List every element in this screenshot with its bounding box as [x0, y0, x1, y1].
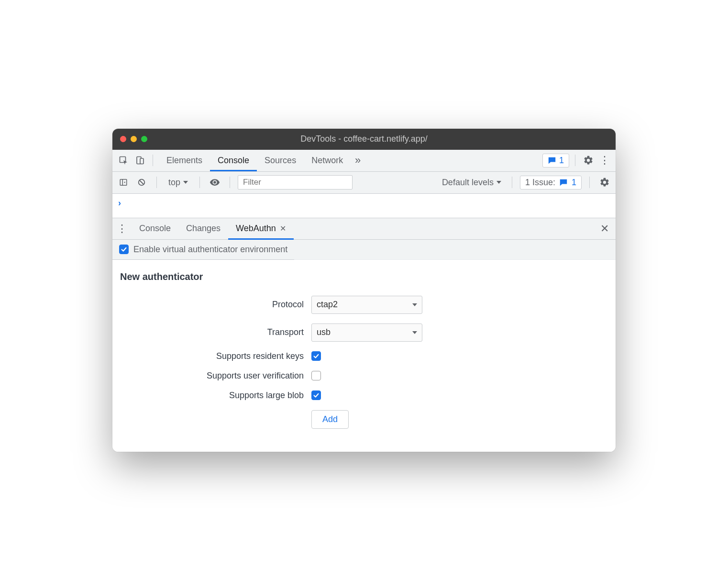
issues-label: 1 Issue:: [525, 178, 555, 188]
separator: [156, 177, 157, 188]
traffic-lights: [120, 136, 147, 142]
dropdown-caret-icon: [412, 303, 417, 306]
devtools-window: DevTools - coffee-cart.netlify.app/ Elem…: [112, 129, 616, 452]
close-drawer-icon[interactable]: ✕: [597, 223, 612, 235]
panel-heading: New authenticator: [120, 271, 608, 282]
separator: [512, 177, 512, 188]
form-row-add: Add: [120, 410, 608, 429]
user-verification-checkbox[interactable]: [311, 371, 321, 380]
inspect-element-icon[interactable]: [116, 153, 131, 167]
messages-badge[interactable]: 1: [542, 154, 569, 167]
resident-keys-label: Supports resident keys: [120, 351, 311, 361]
form-row-large-blob: Supports large blob: [120, 390, 608, 401]
settings-icon[interactable]: [581, 153, 596, 167]
console-body[interactable]: ›: [112, 194, 616, 218]
separator: [575, 155, 575, 166]
console-toolbar: top Default levels 1 Issue: 1: [112, 172, 616, 194]
form-row-transport: Transport usb: [120, 323, 608, 342]
message-icon: [548, 156, 556, 165]
more-tabs-button[interactable]: »: [351, 150, 365, 171]
issues-badge[interactable]: 1 Issue: 1: [520, 176, 582, 190]
enable-bar: Enable virtual authenticator environment: [112, 240, 616, 260]
protocol-label: Protocol: [120, 300, 311, 310]
messages-count: 1: [559, 156, 564, 166]
transport-value: usb: [317, 327, 331, 337]
main-toolbar: Elements Console Sources Network » 1 ⋮: [112, 150, 616, 172]
live-expression-icon[interactable]: [208, 175, 222, 190]
close-tab-icon[interactable]: ✕: [280, 224, 286, 233]
sidebar-toggle-icon[interactable]: [116, 175, 131, 190]
transport-select[interactable]: usb: [311, 323, 422, 342]
drawer-kebab-icon[interactable]: ⋮: [116, 223, 128, 235]
tab-network[interactable]: Network: [304, 150, 351, 171]
window-title: DevTools - coffee-cart.netlify.app/: [112, 134, 616, 144]
transport-label: Transport: [120, 327, 311, 337]
protocol-value: ctap2: [317, 300, 338, 310]
large-blob-label: Supports large blob: [120, 390, 311, 401]
main-tabs: Elements Console Sources Network »: [159, 150, 365, 171]
tab-elements[interactable]: Elements: [159, 150, 210, 171]
minimize-window-button[interactable]: [131, 136, 137, 142]
separator: [589, 177, 590, 188]
drawer-tab-changes[interactable]: Changes: [178, 218, 228, 239]
message-icon: [559, 178, 568, 187]
log-levels-selector[interactable]: Default levels: [439, 178, 504, 188]
zoom-window-button[interactable]: [141, 136, 147, 142]
drawer-tabs: ⋮ Console Changes WebAuthn ✕ ✕: [112, 218, 616, 240]
add-button[interactable]: Add: [311, 410, 349, 429]
dropdown-caret-icon: [496, 181, 501, 184]
protocol-select[interactable]: ctap2: [311, 296, 422, 314]
new-authenticator-panel: New authenticator Protocol ctap2 Transpo…: [112, 260, 616, 452]
enable-virtual-auth-checkbox[interactable]: [119, 245, 129, 254]
svg-rect-3: [120, 179, 127, 186]
separator: [153, 155, 153, 166]
svg-rect-2: [140, 158, 143, 164]
drawer-tab-webauthn[interactable]: WebAuthn ✕: [228, 218, 294, 239]
tab-console[interactable]: Console: [210, 150, 257, 171]
separator: [199, 177, 200, 188]
form-row-user-verification: Supports user verification: [120, 371, 608, 381]
form-row-protocol: Protocol ctap2: [120, 296, 608, 314]
clear-console-icon[interactable]: [134, 175, 149, 190]
dropdown-caret-icon: [183, 181, 188, 184]
filter-input[interactable]: [238, 175, 353, 190]
drawer-tab-label: WebAuthn: [236, 223, 276, 234]
user-verification-label: Supports user verification: [120, 371, 311, 381]
separator: [230, 177, 230, 188]
titlebar: DevTools - coffee-cart.netlify.app/: [112, 129, 616, 150]
device-toolbar-icon[interactable]: [132, 153, 147, 167]
drawer-tab-console[interactable]: Console: [132, 218, 178, 239]
close-window-button[interactable]: [120, 136, 126, 142]
execution-context-selector[interactable]: top: [165, 178, 192, 188]
resident-keys-checkbox[interactable]: [311, 351, 321, 361]
form-row-resident-keys: Supports resident keys: [120, 351, 608, 361]
tab-sources[interactable]: Sources: [257, 150, 304, 171]
kebab-menu-icon[interactable]: ⋮: [597, 153, 612, 167]
levels-label: Default levels: [442, 178, 494, 188]
enable-label: Enable virtual authenticator environment: [133, 245, 287, 255]
console-settings-icon[interactable]: [597, 175, 612, 190]
issues-count: 1: [572, 178, 576, 188]
large-blob-checkbox[interactable]: [311, 390, 321, 400]
dropdown-caret-icon: [412, 331, 417, 334]
console-prompt-icon: ›: [118, 198, 121, 208]
context-label: top: [168, 178, 180, 188]
